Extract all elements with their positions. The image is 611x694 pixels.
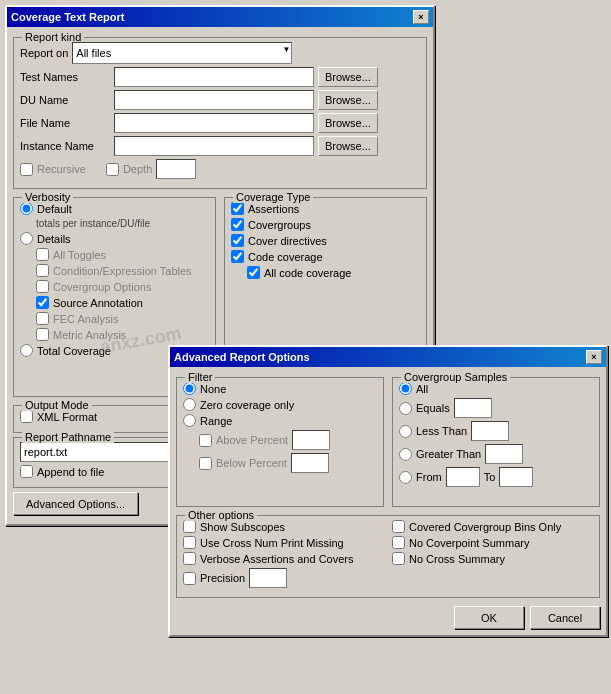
no-coverpoint-checkbox[interactable] <box>392 536 405 549</box>
cond-expr-label: Condition/Expression Tables <box>53 265 192 277</box>
test-names-input[interactable] <box>114 67 314 87</box>
adv-options-button[interactable]: Advanced Options... <box>13 492 138 515</box>
cgs-equals-input[interactable] <box>454 398 492 418</box>
below-percent-input[interactable] <box>291 453 329 473</box>
cgs-from-input[interactable] <box>446 467 480 487</box>
source-annot-row: Source Annotation <box>20 296 209 309</box>
cgs-equals-radio[interactable] <box>399 402 412 415</box>
all-toggles-label: All Toggles <box>53 249 106 261</box>
depth-checkbox[interactable] <box>106 163 119 176</box>
cgs-all-radio[interactable] <box>399 382 412 395</box>
assertions-label: Assertions <box>248 203 299 215</box>
covered-cov-bins-checkbox[interactable] <box>392 520 405 533</box>
xml-format-checkbox[interactable] <box>20 410 33 423</box>
fec-row: FEC Analysis <box>20 312 209 325</box>
covergroup-opt-label: Covergroup Options <box>53 281 151 293</box>
default-sub-label: totals per instance/DU/file <box>36 218 150 229</box>
coverage-type-legend: Coverage Type <box>233 191 313 203</box>
filter-group: Filter None Zero coverage only Range <box>176 377 384 507</box>
verbosity-legend: Verbosity <box>22 191 73 203</box>
main-close-btn[interactable]: × <box>413 10 429 24</box>
use-cross-num-row: Use Cross Num Print Missing <box>183 536 384 549</box>
file-name-input[interactable] <box>114 113 314 133</box>
above-percent-input[interactable] <box>292 430 330 450</box>
below-percent-label: Below Percent <box>216 457 287 469</box>
filter-none-radio[interactable] <box>183 382 196 395</box>
cgs-to-input[interactable] <box>499 467 533 487</box>
adv-cancel-button[interactable]: Cancel <box>530 606 600 629</box>
report-kind-group: Report kind Report on All files Test Nam… <box>13 37 427 189</box>
details-row: Details <box>20 232 209 245</box>
main-title-bar: Coverage Text Report × <box>7 7 433 27</box>
all-code-coverage-checkbox[interactable] <box>247 266 260 279</box>
adv-close-btn[interactable]: × <box>586 350 602 364</box>
append-checkbox[interactable] <box>20 465 33 478</box>
use-cross-num-checkbox[interactable] <box>183 536 196 549</box>
assertions-checkbox[interactable] <box>231 202 244 215</box>
file-name-row: File Name Browse... <box>20 113 420 133</box>
covergroups-checkbox[interactable] <box>231 218 244 231</box>
cgs-from-label: From <box>416 471 442 483</box>
recursive-label: Recursive <box>37 163 86 175</box>
filter-col: Filter None Zero coverage only Range <box>176 373 384 511</box>
verbose-assert-label: Verbose Assertions and Covers <box>200 553 353 565</box>
precision-input[interactable] <box>249 568 287 588</box>
cover-directives-checkbox[interactable] <box>231 234 244 247</box>
du-name-browse[interactable]: Browse... <box>318 90 378 110</box>
code-coverage-checkbox[interactable] <box>231 250 244 263</box>
total-coverage-radio[interactable] <box>20 344 33 357</box>
recursive-checkbox[interactable] <box>20 163 33 176</box>
below-percent-row: Below Percent <box>183 453 377 473</box>
covergroup-opt-checkbox[interactable] <box>36 280 49 293</box>
cgs-less-than-label: Less Than <box>416 425 467 437</box>
covergroups-row: Covergroups <box>231 218 420 231</box>
depth-input[interactable] <box>156 159 196 179</box>
filter-zero-row: Zero coverage only <box>183 398 377 411</box>
cgs-from-row: From To <box>399 467 593 487</box>
precision-label: Precision <box>200 572 245 584</box>
details-radio[interactable] <box>20 232 33 245</box>
filter-range-radio[interactable] <box>183 414 196 427</box>
below-percent-checkbox[interactable] <box>199 457 212 470</box>
code-coverage-label: Code coverage <box>248 251 323 263</box>
file-name-label: File Name <box>20 117 110 129</box>
cgs-from-radio[interactable] <box>399 471 412 484</box>
cond-expr-checkbox[interactable] <box>36 264 49 277</box>
filter-zero-radio[interactable] <box>183 398 196 411</box>
code-coverage-row: Code coverage <box>231 250 420 263</box>
instance-name-browse[interactable]: Browse... <box>318 136 378 156</box>
filter-range-label: Range <box>200 415 232 427</box>
adv-ok-cancel-row: OK Cancel <box>176 606 600 629</box>
verbose-assert-checkbox[interactable] <box>183 552 196 565</box>
filter-range-row: Range <box>183 414 377 427</box>
no-cross-summary-checkbox[interactable] <box>392 552 405 565</box>
cgs-greater-than-radio[interactable] <box>399 448 412 461</box>
test-names-browse[interactable]: Browse... <box>318 67 378 87</box>
instance-name-input[interactable] <box>114 136 314 156</box>
above-percent-checkbox[interactable] <box>199 434 212 447</box>
precision-checkbox[interactable] <box>183 572 196 585</box>
cgs-equals-label: Equals <box>416 402 450 414</box>
cgs-less-than-radio[interactable] <box>399 425 412 438</box>
metric-checkbox[interactable] <box>36 328 49 341</box>
adv-ok-button[interactable]: OK <box>454 606 524 629</box>
all-toggles-checkbox[interactable] <box>36 248 49 261</box>
filter-none-label: None <box>200 383 226 395</box>
fec-label: FEC Analysis <box>53 313 118 325</box>
file-name-browse[interactable]: Browse... <box>318 113 378 133</box>
cgs-greater-than-row: Greater Than <box>399 444 593 464</box>
covergroups-label: Covergroups <box>248 219 311 231</box>
cover-directives-label: Cover directives <box>248 235 327 247</box>
total-coverage-label: Total Coverage <box>37 345 111 357</box>
cgs-less-than-input[interactable] <box>471 421 509 441</box>
fec-checkbox[interactable] <box>36 312 49 325</box>
default-radio[interactable] <box>20 202 33 215</box>
main-window-title: Coverage Text Report <box>11 11 125 23</box>
source-annot-checkbox[interactable] <box>36 296 49 309</box>
details-label: Details <box>37 233 71 245</box>
du-name-input[interactable] <box>114 90 314 110</box>
report-on-select[interactable]: All files <box>72 42 292 64</box>
cgs-all-label: All <box>416 383 428 395</box>
show-subscopes-checkbox[interactable] <box>183 520 196 533</box>
cgs-greater-than-input[interactable] <box>485 444 523 464</box>
